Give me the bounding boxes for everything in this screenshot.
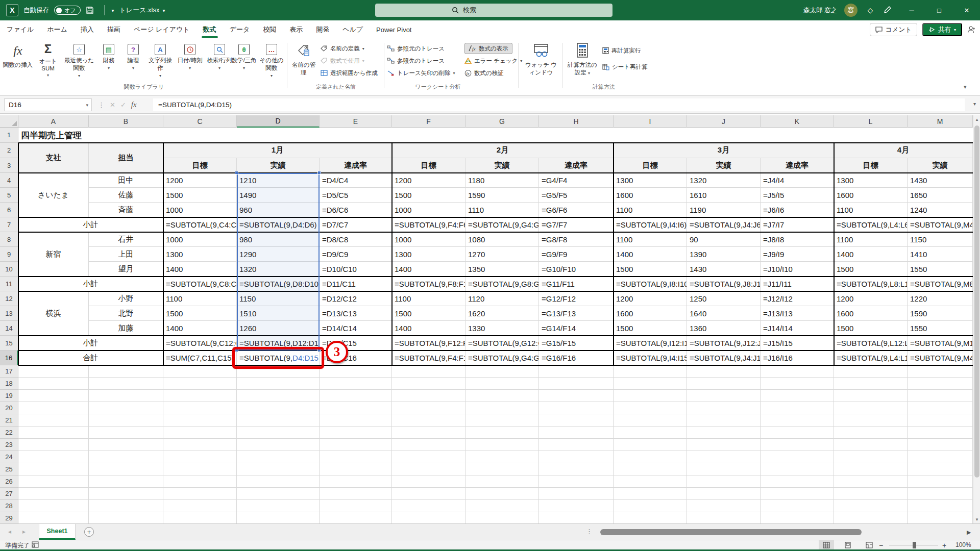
comments-button[interactable]: コメント [870,23,917,36]
header-month-2月[interactable]: 2月 [392,143,614,158]
ink-pen-icon[interactable] [883,6,894,14]
cell-H15[interactable]: =G15/F15 [539,336,614,350]
subtotal-label-row15[interactable]: 小計 [18,336,163,350]
cell-E20[interactable] [320,402,392,414]
insert-function-button[interactable]: fx 関数の挿入 [3,42,33,82]
cell-G6[interactable]: 1110 [465,203,539,217]
header-branch[interactable]: 支社 [18,143,89,173]
cell-B23[interactable] [89,439,163,451]
cell-G24[interactable] [465,451,539,463]
cell-M26[interactable] [908,475,973,488]
cell-H16[interactable]: =G16/F16 [539,350,614,365]
cell-H17[interactable] [539,365,614,378]
cell-M21[interactable] [908,414,973,427]
cell-K28[interactable] [761,500,834,512]
cell-K23[interactable] [761,439,834,451]
col-header-L[interactable]: L [834,115,908,128]
subtotal-label-row11[interactable]: 小計 [18,277,163,291]
cell-D13[interactable]: 1510 [237,306,320,321]
cell-K14[interactable]: =J14/I14 [761,321,834,336]
tab-help[interactable]: ヘルプ [336,20,370,39]
cell-B18[interactable] [89,378,163,390]
cell-J20[interactable] [687,402,761,414]
tab-file[interactable]: ファイル [0,20,40,39]
row-header-24[interactable]: 24 [0,451,18,463]
cell-I23[interactable] [614,439,687,451]
cell-F17[interactable] [392,365,465,378]
cell-G29[interactable] [465,512,539,523]
cell-F20[interactable] [392,402,465,414]
cell-L25[interactable] [834,463,908,475]
cell-D21[interactable] [237,414,320,427]
branch-新宿[interactable]: 新宿 [18,232,89,277]
cell-H4[interactable]: =G4/F4 [539,173,614,188]
col-header-G[interactable]: G [465,115,539,128]
cell-D25[interactable] [237,463,320,475]
cell-E22[interactable] [320,427,392,439]
cell-M19[interactable] [908,390,973,402]
cell-F25[interactable] [392,463,465,475]
cell-D28[interactable] [237,500,320,512]
cell-I22[interactable] [614,427,687,439]
row-header-12[interactable]: 12 [0,291,18,306]
cell-C3[interactable]: 目標 [163,158,237,173]
zoom-level[interactable]: 100% [955,541,971,548]
cell-H11[interactable]: =G11/F11 [539,277,614,291]
cell-H5[interactable]: =G5/F5 [539,188,614,203]
cell-K20[interactable] [761,402,834,414]
branch-さいたま[interactable]: さいたま [18,173,89,217]
cell-M6[interactable]: 1240 [908,203,973,217]
cell-C21[interactable] [163,414,237,427]
cell-A23[interactable] [18,439,89,451]
cell-C5[interactable]: 1500 [163,188,237,203]
calculate-sheet-button[interactable]: シート再計算 [602,61,648,72]
macro-record-icon[interactable] [32,541,39,548]
user-name[interactable]: 森太郎 窓之 [803,6,837,15]
cell-E10[interactable]: =D10/C10 [320,262,392,277]
cell-C28[interactable] [163,500,237,512]
cell-J12[interactable]: 1250 [687,291,761,306]
cell-H6[interactable]: =G6/F6 [539,203,614,217]
cell-G19[interactable] [465,390,539,402]
cell-D14[interactable]: 1260 [237,321,320,336]
row-header-25[interactable]: 25 [0,463,18,475]
text-functions-button[interactable]: A 文字列操作▾ [146,42,175,82]
cell-J9[interactable]: 1390 [687,247,761,262]
cell-D5[interactable]: 1490 [237,188,320,203]
cell-K15[interactable]: =J15/I15 [761,336,834,350]
cell-E8[interactable]: =D8/C8 [320,232,392,247]
cell-D12[interactable]: 1150 [237,291,320,306]
close-button[interactable]: ✕ [957,0,977,20]
row-header-5[interactable]: 5 [0,188,18,203]
cell-J25[interactable] [687,463,761,475]
cell-L22[interactable] [834,427,908,439]
cell-M5[interactable]: 1650 [908,188,973,203]
cell-K16[interactable]: =J16/I16 [761,350,834,365]
cell-E17[interactable] [320,365,392,378]
row-header-4[interactable]: 4 [0,173,18,188]
vertical-scroll-thumb[interactable] [974,126,979,478]
cell-E11[interactable]: =D11/C11 [320,277,392,291]
cell-G3[interactable]: 実績 [465,158,539,173]
cell-E25[interactable] [320,463,392,475]
cell-C12[interactable]: 1100 [163,291,237,306]
cell-D26[interactable] [237,475,320,488]
cell-E28[interactable] [320,500,392,512]
cell-B1[interactable] [89,128,163,143]
cell-L10[interactable]: 1500 [834,262,908,277]
cell-J26[interactable] [687,475,761,488]
tab-developer[interactable]: 開発 [309,20,336,39]
col-header-D[interactable]: D [237,115,320,128]
cell-G18[interactable] [465,378,539,390]
cell-I1[interactable] [614,128,687,143]
cell-K29[interactable] [761,512,834,523]
cell-L3[interactable]: 目標 [834,158,908,173]
cell-H1[interactable] [539,128,614,143]
search-input[interactable]: 検索 [375,4,612,17]
cell-H27[interactable] [539,488,614,500]
cell-H7[interactable]: =G7/F7 [539,217,614,232]
cell-B10[interactable]: 望月 [89,262,163,277]
col-header-I[interactable]: I [614,115,687,128]
row-header-15[interactable]: 15 [0,336,18,350]
row-header-16[interactable]: 16 [0,350,18,365]
